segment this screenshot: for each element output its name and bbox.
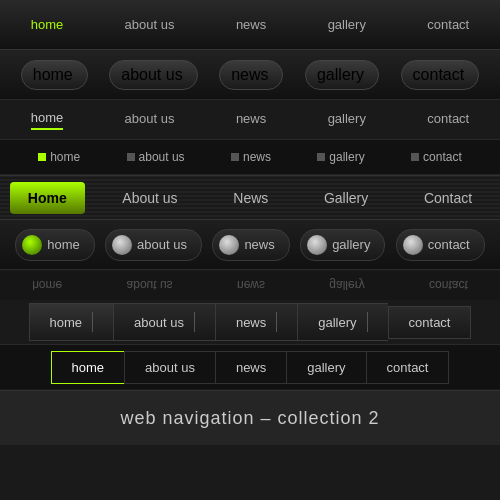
nav5-gallery[interactable]: Gallery — [306, 182, 386, 214]
nav2-contact-label: contact — [413, 66, 465, 84]
nav3-contact[interactable]: contact — [427, 111, 469, 129]
nav1-contact[interactable]: contact — [417, 17, 479, 32]
nav1-home[interactable]: home — [21, 17, 74, 32]
nav9-home[interactable]: home — [51, 351, 125, 384]
grey-ball-icon-6b — [219, 235, 239, 255]
nav-bar-8: home about us news gallery contact — [0, 300, 500, 345]
nav7-gallery: gallery — [329, 279, 364, 293]
nav9-news[interactable]: news — [215, 351, 286, 384]
nav2-gallery[interactable]: gallery — [305, 60, 379, 90]
nav7-news: news — [237, 279, 265, 293]
bullet-icon-3 — [231, 153, 239, 161]
nav3-home[interactable]: home — [31, 110, 64, 130]
nav6-about[interactable]: about us — [105, 229, 202, 261]
nav4-contact[interactable]: contact — [411, 150, 462, 164]
nav6-gallery-label: gallery — [332, 237, 370, 252]
separator-3 — [276, 312, 277, 332]
nav3-news[interactable]: news — [236, 111, 266, 129]
bullet-icon-5 — [411, 153, 419, 161]
nav9-gallery[interactable]: gallery — [286, 351, 365, 384]
nav3-about[interactable]: about us — [125, 111, 175, 129]
nav2-gallery-label: gallery — [317, 66, 364, 84]
nav-bar-9: home about us news gallery contact — [0, 345, 500, 390]
nav8-news[interactable]: news — [215, 303, 297, 341]
nav7-contact: contact — [429, 279, 468, 293]
nav8-gallery[interactable]: gallery — [297, 303, 387, 341]
nav2-home-label: home — [33, 66, 73, 84]
separator — [92, 312, 93, 332]
nav8-home[interactable]: home — [29, 303, 114, 341]
nav2-home[interactable]: home — [21, 60, 88, 90]
nav9-contact[interactable]: contact — [366, 351, 450, 384]
nav4-home[interactable]: home — [38, 150, 80, 164]
nav7-about: about us — [127, 279, 173, 293]
footer: web navigation – collection 2 — [0, 390, 500, 445]
nav2-news[interactable]: news — [219, 60, 283, 90]
nav-bar-6: home about us news gallery contact — [0, 220, 500, 270]
nav6-home[interactable]: home — [15, 229, 95, 261]
nav6-home-label: home — [47, 237, 80, 252]
nav-bar-7-reflection: home about us news gallery contact — [0, 270, 500, 300]
nav9-about[interactable]: about us — [124, 351, 215, 384]
nav4-news[interactable]: news — [231, 150, 271, 164]
nav8-about[interactable]: about us — [113, 303, 215, 341]
footer-text: web navigation – collection 2 — [120, 408, 379, 429]
green-ball-icon-6 — [22, 235, 42, 255]
nav8-contact[interactable]: contact — [388, 306, 472, 339]
nav-bar-4: home about us news gallery contact — [0, 140, 500, 175]
nav5-news[interactable]: News — [215, 182, 286, 214]
nav6-news[interactable]: news — [212, 229, 289, 261]
nav5-contact[interactable]: Contact — [406, 182, 490, 214]
nav7-home: home — [32, 279, 62, 293]
nav-bar-2: home about us news gallery contact — [0, 50, 500, 100]
bullet-icon-4 — [317, 153, 325, 161]
nav-bar-1: home about us news gallery contact — [0, 0, 500, 50]
nav2-contact[interactable]: contact — [401, 60, 480, 90]
nav4-gallery[interactable]: gallery — [317, 150, 364, 164]
nav2-news-label: news — [231, 66, 268, 84]
nav4-about[interactable]: about us — [127, 150, 185, 164]
nav6-news-label: news — [244, 237, 274, 252]
nav-bar-3: home about us news gallery contact — [0, 100, 500, 140]
separator-4 — [367, 312, 368, 332]
bullet-icon-2 — [127, 153, 135, 161]
nav6-gallery[interactable]: gallery — [300, 229, 385, 261]
nav1-gallery[interactable]: gallery — [318, 17, 376, 32]
nav6-contact-label: contact — [428, 237, 470, 252]
nav-bar-5: Home About us News Gallery Contact — [0, 175, 500, 220]
nav1-news[interactable]: news — [226, 17, 276, 32]
nav6-contact[interactable]: contact — [396, 229, 485, 261]
separator-2 — [194, 312, 195, 332]
nav6-about-label: about us — [137, 237, 187, 252]
grey-ball-icon-6a — [112, 235, 132, 255]
nav1-about[interactable]: about us — [115, 17, 185, 32]
nav2-about-label: about us — [121, 66, 182, 84]
nav5-about[interactable]: About us — [104, 182, 195, 214]
grey-ball-icon-6d — [403, 235, 423, 255]
grey-ball-icon-6c — [307, 235, 327, 255]
nav3-gallery[interactable]: gallery — [328, 111, 366, 129]
nav2-about[interactable]: about us — [109, 60, 197, 90]
nav5-home[interactable]: Home — [10, 182, 85, 214]
bullet-icon — [38, 153, 46, 161]
